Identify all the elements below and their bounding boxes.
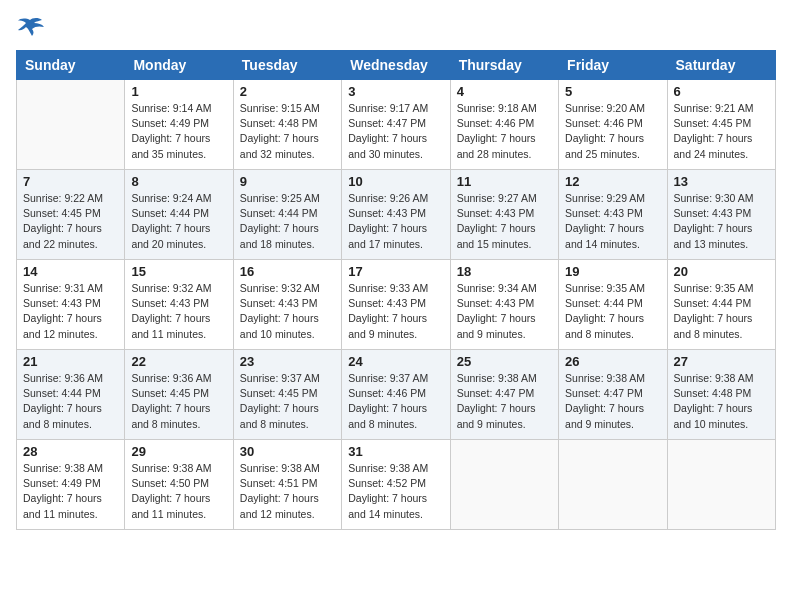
day-number: 17: [348, 264, 443, 279]
day-number: 25: [457, 354, 552, 369]
day-number: 20: [674, 264, 769, 279]
day-info: Sunrise: 9:26 AM Sunset: 4:43 PM Dayligh…: [348, 191, 443, 252]
day-number: 22: [131, 354, 226, 369]
day-info: Sunrise: 9:27 AM Sunset: 4:43 PM Dayligh…: [457, 191, 552, 252]
day-info: Sunrise: 9:18 AM Sunset: 4:46 PM Dayligh…: [457, 101, 552, 162]
calendar-header-tuesday: Tuesday: [233, 51, 341, 80]
calendar-header-wednesday: Wednesday: [342, 51, 450, 80]
calendar-cell: 17Sunrise: 9:33 AM Sunset: 4:43 PM Dayli…: [342, 260, 450, 350]
day-number: 12: [565, 174, 660, 189]
calendar-table: SundayMondayTuesdayWednesdayThursdayFrid…: [16, 50, 776, 530]
calendar-cell: 27Sunrise: 9:38 AM Sunset: 4:48 PM Dayli…: [667, 350, 775, 440]
day-info: Sunrise: 9:38 AM Sunset: 4:51 PM Dayligh…: [240, 461, 335, 522]
calendar-cell: 2Sunrise: 9:15 AM Sunset: 4:48 PM Daylig…: [233, 80, 341, 170]
day-info: Sunrise: 9:33 AM Sunset: 4:43 PM Dayligh…: [348, 281, 443, 342]
calendar-cell: 25Sunrise: 9:38 AM Sunset: 4:47 PM Dayli…: [450, 350, 558, 440]
day-info: Sunrise: 9:35 AM Sunset: 4:44 PM Dayligh…: [565, 281, 660, 342]
calendar-cell: 14Sunrise: 9:31 AM Sunset: 4:43 PM Dayli…: [17, 260, 125, 350]
day-info: Sunrise: 9:38 AM Sunset: 4:48 PM Dayligh…: [674, 371, 769, 432]
day-number: 6: [674, 84, 769, 99]
calendar-cell: 4Sunrise: 9:18 AM Sunset: 4:46 PM Daylig…: [450, 80, 558, 170]
calendar-header-friday: Friday: [559, 51, 667, 80]
calendar-cell: 26Sunrise: 9:38 AM Sunset: 4:47 PM Dayli…: [559, 350, 667, 440]
day-number: 9: [240, 174, 335, 189]
calendar-cell: 20Sunrise: 9:35 AM Sunset: 4:44 PM Dayli…: [667, 260, 775, 350]
day-number: 8: [131, 174, 226, 189]
day-number: 24: [348, 354, 443, 369]
calendar-cell: 8Sunrise: 9:24 AM Sunset: 4:44 PM Daylig…: [125, 170, 233, 260]
day-info: Sunrise: 9:38 AM Sunset: 4:47 PM Dayligh…: [565, 371, 660, 432]
day-number: 29: [131, 444, 226, 459]
day-info: Sunrise: 9:36 AM Sunset: 4:45 PM Dayligh…: [131, 371, 226, 432]
calendar-week-5: 28Sunrise: 9:38 AM Sunset: 4:49 PM Dayli…: [17, 440, 776, 530]
calendar-week-4: 21Sunrise: 9:36 AM Sunset: 4:44 PM Dayli…: [17, 350, 776, 440]
day-info: Sunrise: 9:31 AM Sunset: 4:43 PM Dayligh…: [23, 281, 118, 342]
day-info: Sunrise: 9:30 AM Sunset: 4:43 PM Dayligh…: [674, 191, 769, 252]
calendar-header-row: SundayMondayTuesdayWednesdayThursdayFrid…: [17, 51, 776, 80]
calendar-cell: 10Sunrise: 9:26 AM Sunset: 4:43 PM Dayli…: [342, 170, 450, 260]
calendar-cell: 3Sunrise: 9:17 AM Sunset: 4:47 PM Daylig…: [342, 80, 450, 170]
calendar-cell: 9Sunrise: 9:25 AM Sunset: 4:44 PM Daylig…: [233, 170, 341, 260]
calendar-cell: 12Sunrise: 9:29 AM Sunset: 4:43 PM Dayli…: [559, 170, 667, 260]
calendar-cell: 7Sunrise: 9:22 AM Sunset: 4:45 PM Daylig…: [17, 170, 125, 260]
calendar-cell: 23Sunrise: 9:37 AM Sunset: 4:45 PM Dayli…: [233, 350, 341, 440]
day-number: 28: [23, 444, 118, 459]
calendar-cell: 19Sunrise: 9:35 AM Sunset: 4:44 PM Dayli…: [559, 260, 667, 350]
day-info: Sunrise: 9:37 AM Sunset: 4:45 PM Dayligh…: [240, 371, 335, 432]
day-info: Sunrise: 9:14 AM Sunset: 4:49 PM Dayligh…: [131, 101, 226, 162]
day-info: Sunrise: 9:24 AM Sunset: 4:44 PM Dayligh…: [131, 191, 226, 252]
day-number: 11: [457, 174, 552, 189]
day-info: Sunrise: 9:38 AM Sunset: 4:50 PM Dayligh…: [131, 461, 226, 522]
calendar-cell: 1Sunrise: 9:14 AM Sunset: 4:49 PM Daylig…: [125, 80, 233, 170]
calendar-cell: 15Sunrise: 9:32 AM Sunset: 4:43 PM Dayli…: [125, 260, 233, 350]
day-info: Sunrise: 9:34 AM Sunset: 4:43 PM Dayligh…: [457, 281, 552, 342]
day-number: 2: [240, 84, 335, 99]
day-number: 21: [23, 354, 118, 369]
day-number: 14: [23, 264, 118, 279]
calendar-cell: [667, 440, 775, 530]
calendar-week-2: 7Sunrise: 9:22 AM Sunset: 4:45 PM Daylig…: [17, 170, 776, 260]
calendar-cell: 30Sunrise: 9:38 AM Sunset: 4:51 PM Dayli…: [233, 440, 341, 530]
day-number: 27: [674, 354, 769, 369]
day-info: Sunrise: 9:17 AM Sunset: 4:47 PM Dayligh…: [348, 101, 443, 162]
day-number: 10: [348, 174, 443, 189]
calendar-cell: [450, 440, 558, 530]
calendar-header-monday: Monday: [125, 51, 233, 80]
logo-bird-icon: [16, 16, 44, 38]
calendar-header-sunday: Sunday: [17, 51, 125, 80]
day-number: 26: [565, 354, 660, 369]
calendar-cell: 5Sunrise: 9:20 AM Sunset: 4:46 PM Daylig…: [559, 80, 667, 170]
day-number: 4: [457, 84, 552, 99]
calendar-cell: 16Sunrise: 9:32 AM Sunset: 4:43 PM Dayli…: [233, 260, 341, 350]
day-info: Sunrise: 9:21 AM Sunset: 4:45 PM Dayligh…: [674, 101, 769, 162]
day-info: Sunrise: 9:22 AM Sunset: 4:45 PM Dayligh…: [23, 191, 118, 252]
day-number: 30: [240, 444, 335, 459]
day-number: 19: [565, 264, 660, 279]
calendar-cell: 28Sunrise: 9:38 AM Sunset: 4:49 PM Dayli…: [17, 440, 125, 530]
page-header: [16, 16, 776, 38]
calendar-cell: 29Sunrise: 9:38 AM Sunset: 4:50 PM Dayli…: [125, 440, 233, 530]
day-info: Sunrise: 9:20 AM Sunset: 4:46 PM Dayligh…: [565, 101, 660, 162]
day-info: Sunrise: 9:15 AM Sunset: 4:48 PM Dayligh…: [240, 101, 335, 162]
calendar-cell: [17, 80, 125, 170]
day-info: Sunrise: 9:38 AM Sunset: 4:52 PM Dayligh…: [348, 461, 443, 522]
day-info: Sunrise: 9:32 AM Sunset: 4:43 PM Dayligh…: [240, 281, 335, 342]
calendar-week-3: 14Sunrise: 9:31 AM Sunset: 4:43 PM Dayli…: [17, 260, 776, 350]
day-number: 16: [240, 264, 335, 279]
day-info: Sunrise: 9:38 AM Sunset: 4:49 PM Dayligh…: [23, 461, 118, 522]
calendar-cell: 31Sunrise: 9:38 AM Sunset: 4:52 PM Dayli…: [342, 440, 450, 530]
day-info: Sunrise: 9:35 AM Sunset: 4:44 PM Dayligh…: [674, 281, 769, 342]
day-info: Sunrise: 9:29 AM Sunset: 4:43 PM Dayligh…: [565, 191, 660, 252]
calendar-cell: [559, 440, 667, 530]
day-info: Sunrise: 9:36 AM Sunset: 4:44 PM Dayligh…: [23, 371, 118, 432]
calendar-week-1: 1Sunrise: 9:14 AM Sunset: 4:49 PM Daylig…: [17, 80, 776, 170]
day-info: Sunrise: 9:37 AM Sunset: 4:46 PM Dayligh…: [348, 371, 443, 432]
day-number: 5: [565, 84, 660, 99]
calendar-cell: 24Sunrise: 9:37 AM Sunset: 4:46 PM Dayli…: [342, 350, 450, 440]
calendar-cell: 21Sunrise: 9:36 AM Sunset: 4:44 PM Dayli…: [17, 350, 125, 440]
calendar-cell: 18Sunrise: 9:34 AM Sunset: 4:43 PM Dayli…: [450, 260, 558, 350]
day-number: 7: [23, 174, 118, 189]
calendar-cell: 22Sunrise: 9:36 AM Sunset: 4:45 PM Dayli…: [125, 350, 233, 440]
day-info: Sunrise: 9:25 AM Sunset: 4:44 PM Dayligh…: [240, 191, 335, 252]
calendar-cell: 6Sunrise: 9:21 AM Sunset: 4:45 PM Daylig…: [667, 80, 775, 170]
